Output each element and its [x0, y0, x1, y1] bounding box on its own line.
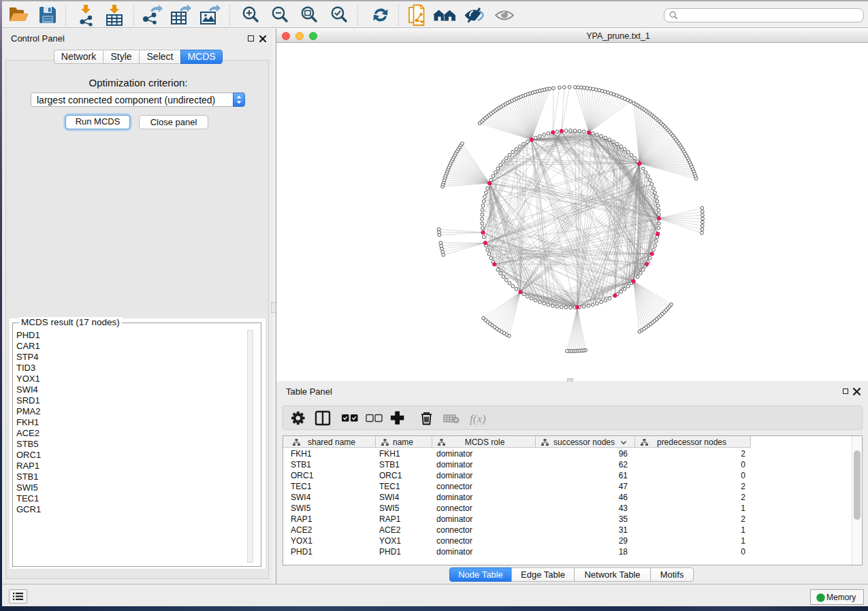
svg-text:f(x): f(x): [470, 412, 486, 425]
